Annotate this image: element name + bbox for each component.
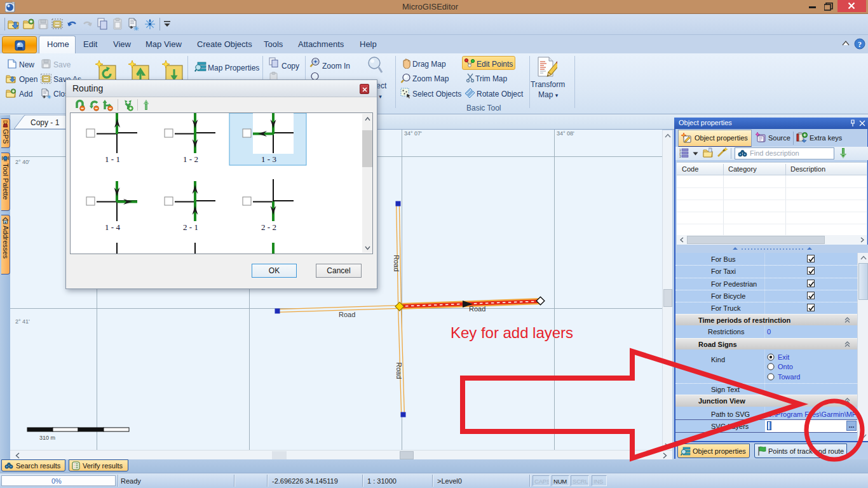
svg-text:1 - 2: 1 - 2 [183,154,198,164]
svg-text:3: 3 [679,154,681,158]
svg-text:Road: Road [469,305,485,313]
svg-text:Road: Road [393,255,400,271]
svg-text:34° 07': 34° 07' [404,130,422,137]
svg-text:1 - 4: 1 - 4 [105,222,120,232]
svg-text:Road: Road [395,362,403,379]
svg-text:2° 41': 2° 41' [15,318,30,325]
svg-text:1 - 3: 1 - 3 [261,154,276,164]
svg-text:310 m: 310 m [39,435,55,441]
svg-text:1 - 1: 1 - 1 [105,154,120,164]
svg-text:2 - 2: 2 - 2 [261,222,276,232]
svg-text:Road: Road [339,311,355,318]
svg-text:34° 08': 34° 08' [557,130,574,137]
svg-text:2 - 1: 2 - 1 [183,222,198,232]
svg-text:2° 40': 2° 40' [15,159,30,165]
svg-text:?: ? [858,40,862,49]
